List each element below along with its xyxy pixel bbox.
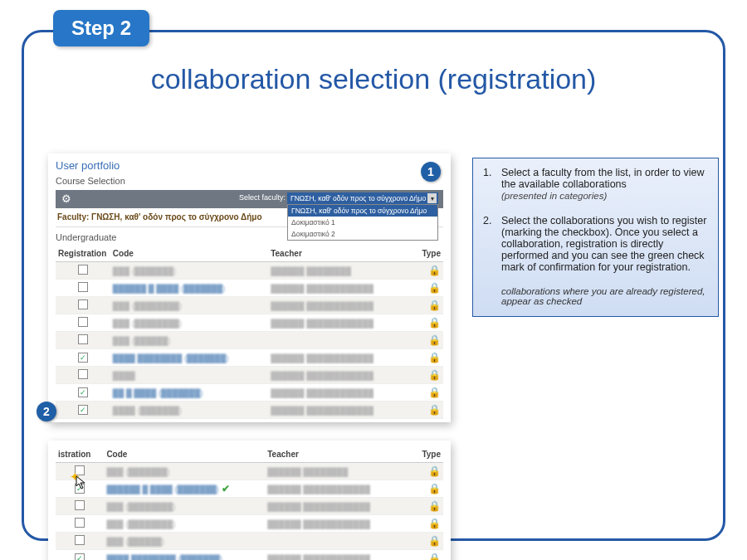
table-row: ✓██████ █ ████ (███████)✔██████ ████████…	[56, 480, 443, 498]
col-type: Type	[412, 446, 443, 463]
instruction-note: collaborations where you are already reg…	[483, 286, 708, 306]
teacher-name: ██████ ████████	[271, 266, 351, 275]
table-row: ███ (████████)██████ ████████████🔒	[56, 498, 443, 515]
lock-icon: 🔒	[412, 515, 443, 533]
registration-checkbox[interactable]	[75, 518, 85, 528]
course-code: ███ (███████)	[113, 266, 176, 275]
table-row: ███ (██████)🔒	[56, 332, 443, 349]
lock-icon: 🔒	[412, 480, 443, 498]
table-row: ✓████ (███████)██████ ████████████🔒	[56, 402, 443, 419]
col-teacher: Teacher	[265, 446, 412, 463]
faculty-option[interactable]: ΓΝΩΣΗ, καθ' οδόν προς το σύγχρονο Δήμο	[288, 205, 437, 217]
course-code: ███ (████████)	[106, 519, 175, 528]
registration-checkbox[interactable]	[78, 265, 88, 275]
teacher-name: ██████ ████████████	[271, 301, 374, 310]
instruction-2: 2. Select the collaborations you wish to…	[483, 215, 708, 273]
instruction-2-number: 2.	[483, 215, 501, 273]
course-code[interactable]: ████ ████████ (███████)	[113, 353, 229, 363]
registration-checkbox[interactable]: ✓	[78, 405, 88, 415]
course-code[interactable]: ██ █ ████ (███████)	[113, 388, 203, 397]
course-code: ████ (███████)	[113, 406, 182, 415]
user-portfolio-heading: User portfolio	[56, 159, 443, 172]
faculty-option[interactable]: Δοκιμαστικό 2	[288, 228, 437, 240]
table-row: ███ (████████)██████ ████████████🔒	[56, 314, 443, 332]
col-code: Code	[104, 446, 265, 463]
teacher-name: ██████ ████████████	[271, 319, 374, 328]
registration-checkbox[interactable]	[75, 465, 85, 475]
lock-icon: 🔒	[413, 297, 443, 314]
lock-icon: 🔒	[413, 402, 443, 419]
registration-checkbox[interactable]: ✓	[78, 353, 88, 363]
table-row: ███ (████████)██████ ████████████🔒	[56, 297, 443, 314]
table-row: ✓████ ████████ (███████)██████ █████████…	[56, 349, 443, 367]
instruction-1-number: 1.	[483, 167, 501, 202]
faculty-select[interactable]: ΓΝΩΣΗ, καθ' οδόν προς το σύγχρονο Δήμο ▾…	[287, 192, 438, 241]
course-code: ███ (███████)	[106, 467, 169, 476]
col-type: Type	[413, 246, 443, 262]
panel-faculty-select: User portfolio Course Selection ⚙ Select…	[48, 153, 451, 422]
registration-checkbox[interactable]: ✓	[75, 484, 85, 494]
panel-registration-confirm: istration Code Teacher Type ███ (███████…	[48, 441, 451, 560]
faculty-select-value[interactable]: ΓΝΩΣΗ, καθ' οδόν προς το σύγχρονο Δήμο ▾	[287, 192, 438, 204]
registration-checkbox[interactable]: ✓	[75, 553, 85, 560]
table-row: ██████████ ████████████🔒	[56, 367, 443, 384]
confirm-check-icon: ✔	[222, 483, 230, 494]
course-code[interactable]: ██████ █ ████ (███████)	[106, 485, 218, 494]
chevron-down-icon[interactable]: ▾	[427, 193, 437, 203]
col-registration: Registration	[56, 246, 110, 262]
instruction-1-sub: (presented in categories)	[501, 191, 607, 201]
registration-checkbox[interactable]	[75, 535, 85, 545]
faculty-option[interactable]: Δοκιμαστικό 1	[288, 217, 437, 228]
lock-icon: 🔒	[412, 550, 443, 561]
teacher-name: ██████ ████████████	[267, 502, 370, 511]
teacher-name: ██████ ████████████	[271, 353, 374, 363]
course-code[interactable]: ████ ████████ (███████)	[106, 554, 222, 561]
teacher-name: ██████ ████████████	[267, 485, 370, 494]
teacher-name: ██████ ████████████	[271, 284, 374, 293]
courses-table-2: istration Code Teacher Type ███ (███████…	[56, 446, 443, 560]
registration-checkbox[interactable]	[78, 334, 88, 344]
table-row: ███ (███████)██████ ████████🔒	[56, 262, 443, 280]
table-row: ✓██ █ ████ (███████)██████ ████████████🔒	[56, 384, 443, 402]
lock-icon: 🔒	[413, 332, 443, 349]
teacher-name: ██████ ████████████	[267, 554, 370, 561]
step-badge: Step 2	[53, 10, 149, 46]
instruction-1: 1. Select a faculty from the list, in or…	[483, 167, 708, 202]
teacher-name: ██████ ████████████	[271, 371, 374, 380]
course-code: ███ (████████)	[113, 301, 182, 310]
course-code: ███ (████████)	[106, 502, 175, 511]
table-row: ███ (██████)🔒	[56, 533, 443, 550]
registration-checkbox[interactable]	[78, 299, 88, 309]
registration-checkbox[interactable]	[78, 369, 88, 379]
course-selection-heading: Course Selection	[56, 176, 443, 186]
gear-icon[interactable]: ⚙	[56, 190, 77, 207]
registration-checkbox[interactable]	[78, 317, 88, 327]
lock-icon: 🔒	[413, 367, 443, 384]
callout-bubble-1: 1	[421, 162, 441, 182]
col-teacher: Teacher	[268, 246, 413, 262]
table-row: ✓████ ████████ (███████)██████ █████████…	[56, 550, 443, 561]
table-row: ███ (███████)██████ ████████🔒	[56, 463, 443, 480]
course-code: ███ (████████)	[113, 319, 182, 328]
instruction-2-text: Select the collaborations you wish to re…	[501, 215, 706, 273]
faculty-select-text: ΓΝΩΣΗ, καθ' οδόν προς το σύγχρονο Δήμο	[290, 194, 426, 202]
faculty-dropdown[interactable]: ΓΝΩΣΗ, καθ' οδόν προς το σύγχρονο Δήμο Δ…	[287, 204, 438, 241]
registration-checkbox[interactable]	[75, 500, 85, 510]
lock-icon: 🔒	[413, 349, 443, 367]
teacher-name: ██████ ████████████	[271, 388, 374, 397]
lock-icon: 🔒	[413, 262, 443, 280]
col-registration: istration	[56, 446, 104, 463]
screenshot-panels: User portfolio Course Selection ⚙ Select…	[48, 153, 451, 560]
lock-icon: 🔒	[413, 280, 443, 297]
lock-icon: 🔒	[413, 384, 443, 402]
course-code: ███ (██████)	[113, 336, 171, 345]
registration-checkbox[interactable]	[78, 282, 88, 292]
lock-icon: 🔒	[412, 463, 443, 480]
select-faculty-label: Select faculty:	[239, 193, 286, 202]
registration-checkbox[interactable]: ✓	[78, 387, 88, 397]
teacher-name: ██████ ████████	[267, 467, 348, 476]
callout-bubble-2: 2	[37, 402, 56, 421]
toolbar: ⚙ Select faculty: ΓΝΩΣΗ, καθ' οδόν προς …	[56, 190, 443, 208]
course-code[interactable]: ██████ █ ████ (███████)	[113, 284, 225, 293]
teacher-name: ██████ ████████████	[267, 519, 370, 528]
